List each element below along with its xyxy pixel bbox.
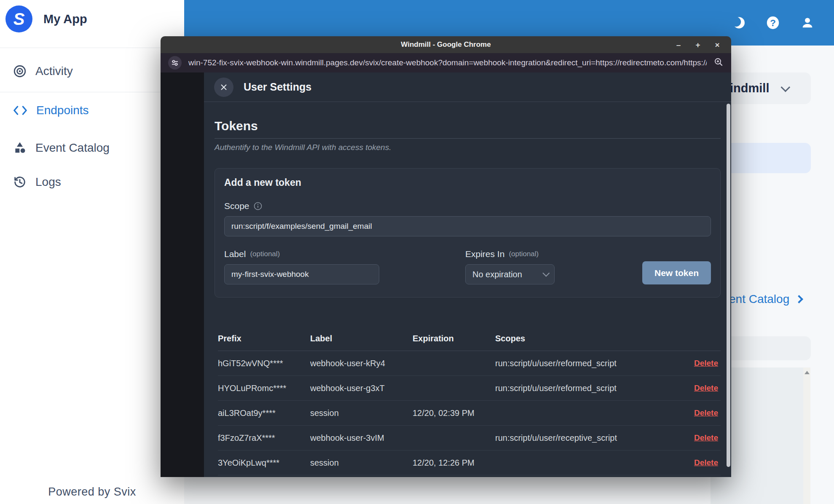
chevron-down-icon [781, 82, 791, 92]
token-label: webhook-user-3vIM [310, 433, 413, 443]
sidebar-item-label: Event Catalog [35, 141, 110, 155]
scope-input[interactable] [224, 216, 711, 236]
event-catalog-link-label: ent Catalog [729, 292, 789, 306]
tokens-subtitle: Authentify to the Windmill API with acce… [215, 143, 721, 152]
maximize-button[interactable]: + [693, 41, 703, 49]
svg-text:?: ? [770, 18, 776, 28]
drawer-scrollbar[interactable] [727, 104, 730, 475]
scope-label: Scope [224, 201, 711, 211]
tune-icon [171, 59, 179, 67]
token-prefix: HYOLuPRomc**** [218, 383, 310, 393]
chevron-right-icon [795, 295, 803, 303]
scroll-up-icon [805, 371, 810, 374]
drawer-title: User Settings [244, 81, 311, 93]
activity-icon [13, 64, 27, 78]
token-prefix: f3FzoZ7raX**** [218, 433, 310, 443]
token-label: webhook-user-g3xT [310, 383, 413, 393]
token-label: webhook-user-kRy4 [310, 359, 413, 368]
sidebar-item-label: Activity [35, 64, 73, 78]
col-prefix: Prefix [218, 334, 310, 343]
event-catalog-link[interactable]: ent Catalog [729, 292, 802, 306]
drawer-body: Tokens Authentify to the Windmill API wi… [204, 119, 731, 475]
token-label: session [310, 458, 413, 468]
token-scopes: run:script/u/user/receptive_script [495, 433, 683, 443]
magnifier-icon [713, 57, 724, 67]
token-expiration: 12/20, 12:26 PM [413, 458, 495, 468]
app-name: My App [43, 12, 87, 26]
add-token-card: Add a new token Scope Label [215, 168, 721, 298]
endpoints-icon [13, 104, 28, 117]
token-prefix: 3YeOiKpLwq**** [218, 458, 310, 468]
panel-scrollbar[interactable] [803, 367, 810, 504]
delete-token-link[interactable]: Delete [683, 458, 721, 467]
token-expiration: 12/20, 02:39 PM [413, 408, 495, 418]
col-scopes: Scopes [495, 334, 683, 343]
divider [0, 48, 184, 48]
table-row: aiL3ROat9y**** session 12/20, 02:39 PM D… [218, 401, 721, 426]
delete-token-link[interactable]: Delete [683, 359, 721, 368]
user-icon [800, 16, 815, 30]
table-row: f3FzoZ7raX**** webhook-user-3vIM run:scr… [218, 426, 721, 450]
col-expiration: Expiration [413, 334, 495, 343]
close-drawer-button[interactable] [214, 78, 233, 97]
token-label: session [310, 408, 413, 418]
token-prefix: hGiT52wVNQ**** [218, 359, 310, 368]
address-input[interactable]: win-752-fix-svix-webhook-win.windmill.pa… [188, 58, 707, 67]
workspace-label: indmill [730, 81, 769, 95]
site-settings-button[interactable] [168, 56, 182, 70]
tokens-heading: Tokens [215, 119, 721, 139]
brand: S My App [5, 5, 87, 32]
sidebar-item-logs[interactable]: Logs [13, 175, 61, 189]
close-icon [220, 83, 228, 91]
label-label: Label (optional) [224, 249, 465, 259]
expires-select[interactable]: No expiration [465, 264, 555, 284]
drawer-header: User Settings [204, 72, 731, 102]
sidebar-item-label: Endpoints [36, 104, 89, 117]
token-table-body: hGiT52wVNQ**** webhook-user-kRy4 run:scr… [218, 351, 721, 475]
expires-label: Expires In (optional) [465, 249, 642, 259]
sidebar: S My App Activity Endpoints Event Catalo… [0, 0, 184, 504]
delete-token-link[interactable]: Delete [683, 383, 721, 393]
sidebar-item-endpoints[interactable]: Endpoints [13, 104, 89, 117]
dark-mode-toggle[interactable] [730, 15, 746, 31]
token-table: Prefix Label Expiration Scopes hGiT52wVN… [215, 326, 721, 475]
powered-by-svix: Powered by Svix [0, 485, 184, 499]
url-bar[interactable]: win-752-fix-svix-webhook-win.windmill.pa… [161, 53, 731, 72]
sidebar-item-activity[interactable]: Activity [13, 64, 73, 78]
account-button[interactable] [799, 15, 815, 31]
logs-icon [13, 175, 27, 189]
window-title: Windmill - Google Chrome [401, 40, 491, 49]
add-token-heading: Add a new token [224, 177, 711, 188]
table-row: hGiT52wVNQ**** webhook-user-kRy4 run:scr… [218, 351, 721, 376]
window-titlebar[interactable]: Windmill - Google Chrome – + × [161, 36, 731, 53]
close-window-button[interactable]: × [713, 41, 722, 49]
delete-token-link[interactable]: Delete [683, 433, 721, 442]
divider [0, 92, 184, 92]
table-row: HYOLuPRomc**** webhook-user-g3xT run:scr… [218, 376, 721, 401]
token-table-header: Prefix Label Expiration Scopes [218, 326, 721, 351]
delete-token-link[interactable]: Delete [683, 408, 721, 418]
col-label: Label [310, 334, 413, 343]
token-prefix: aiL3ROat9y**** [218, 408, 310, 418]
table-row: 3YeOiKpLwq**** session 12/20, 12:26 PM D… [218, 450, 721, 475]
token-scopes: run:script/u/user/reformed_script [495, 359, 683, 368]
minimize-button[interactable]: – [674, 41, 683, 49]
question-icon: ? [765, 15, 780, 30]
help-button[interactable]: ? [765, 15, 781, 31]
scrollbar-thumb[interactable] [727, 104, 730, 467]
zoom-button[interactable] [713, 57, 724, 69]
moon-icon [731, 15, 746, 30]
svix-logo: S [5, 5, 32, 32]
sidebar-item-event-catalog[interactable]: Event Catalog [13, 141, 110, 155]
sidebar-item-label: Logs [35, 175, 61, 189]
browser-viewport: User Settings Tokens Authentify to the W… [161, 72, 731, 477]
label-input[interactable] [224, 264, 379, 284]
user-settings-drawer: User Settings Tokens Authentify to the W… [204, 72, 731, 477]
info-icon [254, 202, 262, 210]
event-catalog-icon [13, 141, 27, 155]
new-token-button[interactable]: New token [642, 261, 711, 284]
chevron-down-icon [542, 270, 550, 277]
chrome-window: Windmill - Google Chrome – + × win-752-f… [161, 36, 731, 477]
token-scopes: run:script/u/user/reformed_script [495, 383, 683, 393]
